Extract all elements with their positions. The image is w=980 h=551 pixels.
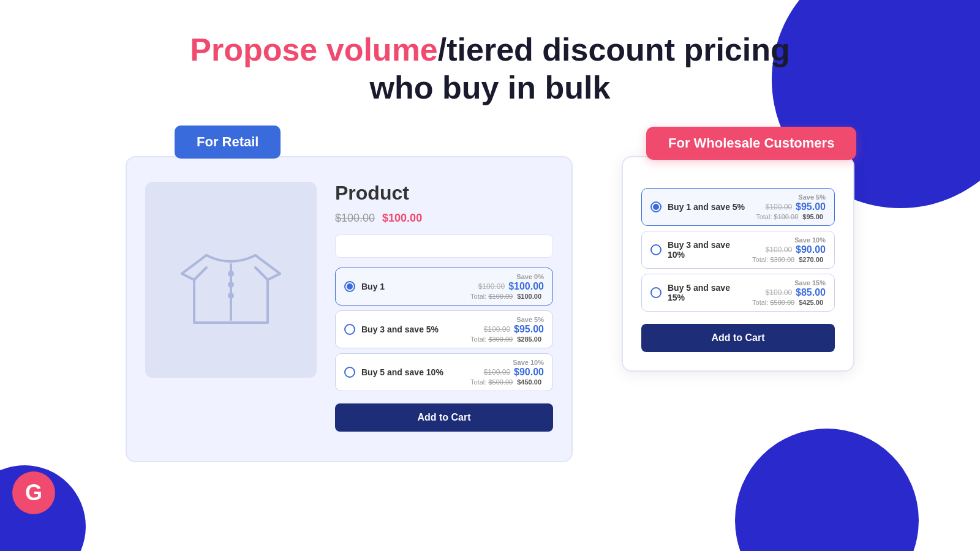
tier-new-price: $85.00 xyxy=(796,287,826,298)
tier-right: Save 10% $100.00 $90.00 Total: $500.00 $… xyxy=(470,359,544,386)
tier-total: Total: $500.00 $450.00 xyxy=(470,378,544,386)
tier-price-row: $100.00 $95.00 xyxy=(766,201,826,212)
radio-circle xyxy=(344,281,355,292)
tier-price-row: $100.00 $85.00 xyxy=(766,287,826,298)
tier-label: Buy 5 and save 10% xyxy=(361,367,464,377)
tier-original-price: $100.00 xyxy=(484,368,510,377)
svg-point-1 xyxy=(229,272,233,276)
tier-right: Save 0% $100.00 $100.00 Total: $100.00 $… xyxy=(470,273,544,300)
tier-right: Save 5% $100.00 $95.00 Total: $100.00 $9… xyxy=(756,193,826,220)
radio-circle xyxy=(650,201,662,212)
radio-circle xyxy=(650,244,662,255)
product-price-row: $100.00 $100.00 xyxy=(335,212,553,225)
quantity-bar[interactable] xyxy=(335,234,553,258)
tier-price-row: $100.00 $90.00 xyxy=(766,244,826,255)
wholesale-tier-item[interactable]: Buy 5 and save 15% Save 15% $100.00 $85.… xyxy=(641,274,835,312)
wholesale-tier-item[interactable]: Buy 1 and save 5% Save 5% $100.00 $95.00… xyxy=(641,188,835,226)
save-badge: Save 10% xyxy=(794,236,826,244)
tier-right: Save 5% $100.00 $95.00 Total: $300.00 $2… xyxy=(470,316,544,343)
tier-total: Total: $300.00 $285.00 xyxy=(470,335,544,343)
retail-tier-item[interactable]: Buy 5 and save 10% Save 10% $100.00 $90.… xyxy=(335,353,553,391)
wholesale-tier-options: Buy 1 and save 5% Save 5% $100.00 $95.00… xyxy=(641,188,835,312)
tier-new-price: $95.00 xyxy=(514,324,544,335)
save-badge: Save 15% xyxy=(794,279,826,287)
tier-original-price: $100.00 xyxy=(766,203,792,211)
retail-badge: For Retail xyxy=(175,126,281,159)
heading-line2: who buy in bulk xyxy=(370,70,611,105)
svg-point-2 xyxy=(229,283,233,287)
tier-new-price: $90.00 xyxy=(796,244,826,255)
tier-right: Save 10% $100.00 $90.00 Total: $300.00 $… xyxy=(752,236,826,263)
retail-card: Product $100.00 $100.00 Buy 1 Save 0% $1… xyxy=(126,156,573,462)
retail-wrapper: For Retail xyxy=(126,144,573,462)
tier-new-price: $90.00 xyxy=(514,367,544,378)
radio-circle xyxy=(650,287,662,298)
product-price-original: $100.00 xyxy=(335,212,375,225)
wholesale-wrapper: For Wholesale Customers Buy 1 and save 5… xyxy=(622,156,854,372)
tier-label: Buy 1 xyxy=(361,282,464,291)
retail-add-to-cart-button[interactable]: Add to Cart xyxy=(335,403,553,432)
wholesale-card: Buy 1 and save 5% Save 5% $100.00 $95.00… xyxy=(622,156,854,372)
shirt-illustration xyxy=(170,219,292,341)
tier-original-price: $100.00 xyxy=(478,282,505,291)
tier-total: Total: $300.00 $270.00 xyxy=(752,256,826,263)
product-details: Product $100.00 $100.00 Buy 1 Save 0% $1… xyxy=(335,182,553,443)
save-badge: Save 0% xyxy=(516,273,544,280)
product-name: Product xyxy=(335,182,553,204)
save-badge: Save 5% xyxy=(516,316,544,323)
radio-circle xyxy=(344,367,355,378)
tier-original-price: $100.00 xyxy=(484,325,510,334)
tier-label: Buy 3 and save 10% xyxy=(668,240,746,260)
tier-label: Buy 5 and save 15% xyxy=(668,283,746,302)
cards-area: For Retail xyxy=(0,144,980,462)
product-price-current: $100.00 xyxy=(382,212,422,225)
tier-original-price: $100.00 xyxy=(766,288,792,297)
save-badge: Save 5% xyxy=(798,193,826,201)
retail-tier-item[interactable]: Buy 3 and save 5% Save 5% $100.00 $95.00… xyxy=(335,310,553,348)
heading-part2: /tiered discount pricing xyxy=(438,32,790,67)
product-image xyxy=(145,182,317,378)
main-heading: Propose volume/tiered discount pricing w… xyxy=(190,31,790,107)
retail-tier-item[interactable]: Buy 1 Save 0% $100.00 $100.00 Total: $10… xyxy=(335,268,553,305)
tier-new-price: $95.00 xyxy=(796,201,826,212)
tier-price-row: $100.00 $95.00 xyxy=(484,324,544,335)
tier-price-row: $100.00 $90.00 xyxy=(484,367,544,378)
save-badge: Save 10% xyxy=(513,359,544,366)
svg-point-3 xyxy=(229,294,233,298)
tier-new-price: $100.00 xyxy=(508,281,544,292)
tier-price-row: $100.00 $100.00 xyxy=(478,281,544,292)
tier-right: Save 15% $100.00 $85.00 Total: $500.00 $… xyxy=(752,279,826,306)
wholesale-tier-item[interactable]: Buy 3 and save 10% Save 10% $100.00 $90.… xyxy=(641,231,835,269)
g-logo: G xyxy=(12,471,55,514)
tier-label: Buy 1 and save 5% xyxy=(668,202,750,212)
radio-circle xyxy=(344,324,355,335)
tier-original-price: $100.00 xyxy=(766,246,792,254)
heading-highlight: Propose volume xyxy=(190,32,438,67)
tier-total: Total: $500.00 $425.00 xyxy=(752,299,826,306)
wholesale-badge: For Wholesale Customers xyxy=(646,127,856,160)
retail-tier-options: Buy 1 Save 0% $100.00 $100.00 Total: $10… xyxy=(335,268,553,391)
tier-total: Total: $100.00 $100.00 xyxy=(470,293,544,300)
wholesale-add-to-cart-button[interactable]: Add to Cart xyxy=(641,324,835,352)
page-content: Propose volume/tiered discount pricing w… xyxy=(0,0,980,462)
tier-label: Buy 3 and save 5% xyxy=(361,324,464,334)
tier-total: Total: $100.00 $95.00 xyxy=(756,213,826,220)
